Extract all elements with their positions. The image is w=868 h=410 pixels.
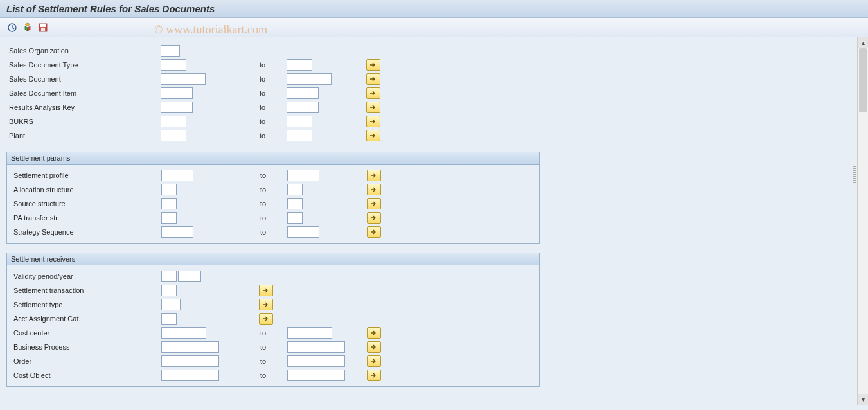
- input-plant-from[interactable]: [161, 130, 186, 141]
- multi-select-button[interactable]: [367, 327, 381, 339]
- splitter-grip[interactable]: [853, 161, 856, 186]
- input-alloc-struct-to[interactable]: [287, 184, 303, 195]
- input-biz-process-to[interactable]: [287, 341, 345, 353]
- multi-select-button[interactable]: [367, 355, 381, 367]
- input-bukrs-to[interactable]: [287, 116, 312, 127]
- arrow-right-icon: [370, 201, 378, 207]
- scroll-thumb[interactable]: [859, 48, 867, 112]
- input-settle-trans[interactable]: [161, 285, 177, 296]
- input-cost-center-from[interactable]: [161, 327, 206, 339]
- input-source-struct-from[interactable]: [161, 198, 177, 209]
- input-alloc-struct-from[interactable]: [161, 184, 177, 195]
- row-order: Order to: [7, 354, 539, 368]
- input-bukrs-from[interactable]: [161, 116, 186, 127]
- input-ra-key-to[interactable]: [287, 102, 319, 113]
- multi-select-button[interactable]: [367, 370, 381, 381]
- input-settle-profile-to[interactable]: [287, 170, 319, 181]
- save-variant-button[interactable]: [37, 22, 49, 33]
- scroll-up-button[interactable]: ▴: [858, 37, 868, 48]
- multi-select-button[interactable]: [366, 59, 380, 71]
- to-label: to: [259, 200, 287, 208]
- content-area: Sales Organization Sales Document Type t…: [0, 37, 856, 405]
- scroll-down-button[interactable]: ▾: [858, 394, 868, 405]
- to-label: to: [258, 118, 287, 125]
- to-label: to: [259, 357, 287, 365]
- multi-select-button[interactable]: [259, 313, 273, 325]
- multi-select-button[interactable]: [366, 130, 380, 141]
- arrow-right-icon: [370, 372, 378, 379]
- to-label: to: [259, 329, 287, 337]
- input-sales-doc-from[interactable]: [161, 73, 206, 85]
- group-settlement-params: Settlement params Settlement profile to …: [6, 152, 540, 244]
- multi-select-button[interactable]: [259, 285, 273, 296]
- arrow-right-icon: [369, 62, 377, 68]
- label-settle-trans: Settlement transaction: [7, 287, 161, 294]
- input-sales-doc-to[interactable]: [287, 73, 332, 85]
- input-acct-assign[interactable]: [161, 313, 177, 325]
- input-strategy-to[interactable]: [287, 226, 319, 238]
- input-settle-type[interactable]: [161, 299, 181, 310]
- input-order-from[interactable]: [161, 355, 219, 367]
- svg-marker-2: [25, 26, 28, 31]
- get-variant-button[interactable]: [22, 22, 33, 33]
- input-sales-doc-item-to[interactable]: [287, 87, 319, 99]
- execute-button[interactable]: [6, 22, 18, 33]
- to-label: to: [259, 371, 287, 379]
- input-ra-key-from[interactable]: [161, 102, 193, 113]
- input-validity-period[interactable]: [161, 271, 177, 282]
- multi-select-button[interactable]: [366, 116, 380, 127]
- input-sales-org[interactable]: [161, 45, 180, 57]
- vertical-scrollbar[interactable]: ▴ ▾: [857, 37, 868, 405]
- multi-select-button[interactable]: [367, 184, 381, 195]
- label-settle-profile: Settlement profile: [7, 172, 161, 179]
- save-icon: [38, 22, 48, 33]
- input-pa-transfer-from[interactable]: [161, 212, 177, 224]
- row-alloc-struct: Allocation structure to: [7, 183, 539, 197]
- label-plant: Plant: [6, 132, 161, 139]
- multi-select-button[interactable]: [367, 226, 381, 238]
- multi-select-button[interactable]: [366, 73, 380, 85]
- input-sales-doc-type-to[interactable]: [287, 59, 312, 71]
- multi-select-button[interactable]: [259, 299, 273, 310]
- to-label: to: [258, 132, 287, 139]
- label-validity: Validity period/year: [7, 272, 161, 280]
- input-cost-object-to[interactable]: [287, 370, 345, 381]
- multi-select-button[interactable]: [367, 170, 381, 181]
- to-label: to: [258, 89, 287, 97]
- to-label: to: [259, 228, 287, 236]
- input-biz-process-from[interactable]: [161, 341, 219, 353]
- input-plant-to[interactable]: [287, 130, 312, 141]
- input-pa-transfer-to[interactable]: [287, 212, 303, 224]
- input-sales-doc-item-from[interactable]: [161, 87, 193, 99]
- arrow-right-icon: [262, 301, 270, 308]
- arrow-right-icon: [369, 76, 377, 82]
- input-order-to[interactable]: [287, 355, 345, 367]
- multi-select-button[interactable]: [367, 198, 381, 209]
- multi-select-button[interactable]: [367, 341, 381, 353]
- row-biz-process: Business Process to: [7, 340, 539, 354]
- row-acct-assign: Acct Assignment Cat.: [7, 312, 539, 326]
- arrow-right-icon: [370, 215, 378, 221]
- input-settle-profile-from[interactable]: [161, 170, 193, 181]
- row-source-struct: Source structure to: [7, 197, 539, 211]
- multi-select-button[interactable]: [366, 87, 380, 99]
- multi-select-button[interactable]: [366, 102, 380, 113]
- row-strategy: Strategy Sequence to: [7, 225, 539, 239]
- to-label: to: [259, 172, 287, 179]
- arrow-right-icon: [369, 90, 377, 96]
- input-source-struct-to[interactable]: [287, 198, 303, 209]
- multi-select-button[interactable]: [367, 212, 381, 224]
- input-validity-year[interactable]: [178, 271, 201, 282]
- svg-marker-3: [28, 26, 30, 31]
- to-label: to: [258, 103, 287, 111]
- label-acct-assign: Acct Assignment Cat.: [7, 315, 161, 323]
- label-settle-type: Settlement type: [7, 301, 161, 308]
- input-sales-doc-type-from[interactable]: [161, 59, 186, 71]
- group-header-settlement-params: Settlement params: [7, 152, 539, 165]
- input-cost-center-to[interactable]: [287, 327, 332, 339]
- input-cost-object-from[interactable]: [161, 370, 219, 381]
- input-strategy-from[interactable]: [161, 226, 193, 238]
- row-cost-object: Cost Object to: [7, 368, 539, 382]
- label-strategy: Strategy Sequence: [7, 228, 161, 236]
- label-alloc-struct: Allocation structure: [7, 186, 161, 193]
